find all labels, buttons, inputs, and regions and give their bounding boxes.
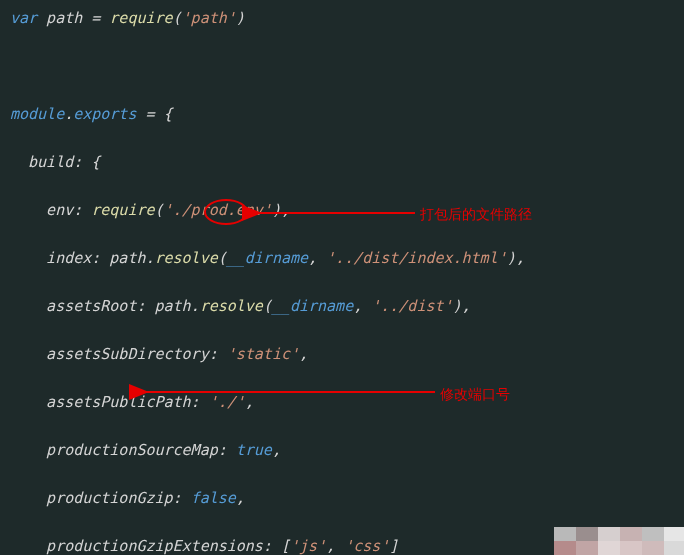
string-literal: 'path' (182, 9, 236, 27)
annotation-label-port: 修改端口号 (440, 383, 510, 405)
prop-build: build: { (10, 153, 100, 171)
annotation-label-path: 打包后的文件路径 (420, 203, 532, 225)
func-require: require (109, 9, 172, 27)
keyword-var: var (10, 9, 37, 27)
keyword-module: module (10, 105, 64, 123)
dirname: __dirname (227, 249, 308, 267)
pixel-blur-icon (554, 527, 684, 555)
code-editor[interactable]: var path = require('path') module.export… (10, 6, 674, 555)
assets-public-path-value: './' (209, 393, 245, 411)
